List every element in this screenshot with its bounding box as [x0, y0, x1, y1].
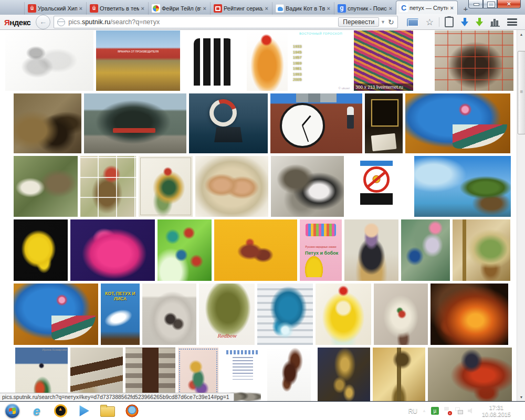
yandex-logo[interactable]: Яндекс: [4, 18, 30, 27]
taskbar-firefox[interactable]: [121, 403, 142, 419]
thumbnail-game-chicken-girl[interactable]: [14, 156, 78, 217]
tab-close-icon[interactable]: ×: [265, 5, 269, 12]
thumbnail-blue-metal-rooster[interactable]: [257, 284, 313, 345]
thumbnail-peacock-person[interactable]: [401, 219, 450, 281]
taskbar-internet-explorer[interactable]: e: [27, 403, 47, 419]
wm2: © ukuwi: [339, 87, 350, 90]
tab-fairy[interactable]: Фейри Тейл (втор...×: [148, 2, 210, 15]
clock[interactable]: 17:31 10.08.2015: [482, 404, 511, 418]
tab-label: Рейтинг сериало...: [224, 5, 263, 12]
translate-dropdown-icon[interactable]: ▼: [381, 19, 385, 25]
thumbnail-sketch-rooster[interactable]: [5, 30, 93, 91]
hidden-icons-arrow-icon[interactable]: ▲: [422, 408, 426, 413]
thumbnail-mola-bird[interactable]: 300 x 213 liveinternet.ru: [354, 30, 413, 91]
thumbnail-yellow-rooster-black[interactable]: [14, 219, 68, 281]
thumbnail-poultry-painting[interactable]: [14, 93, 81, 153]
thumbnail-candle-woven-rooster[interactable]: [453, 219, 510, 281]
clipboard-icon[interactable]: [445, 17, 454, 27]
thumbnail-clock-tower[interactable]: [270, 93, 362, 153]
thumbnail-aspic-ducks[interactable]: [195, 156, 268, 217]
thumbnail-rooster-painting-grid[interactable]: [80, 156, 136, 217]
thumbnail-green-birds[interactable]: [158, 219, 212, 281]
taskbar-media-player[interactable]: [74, 403, 94, 419]
scroll-down-icon[interactable]: ▼: [517, 393, 525, 402]
ring: [205, 95, 241, 131]
scroll-up-icon[interactable]: ▲: [517, 30, 525, 39]
thumbnail-blue-eagle[interactable]: [405, 93, 510, 153]
maximize-button[interactable]: [483, 0, 497, 8]
thumbnail-gold-weathervane[interactable]: [373, 348, 425, 402]
thumbnail-book-petuh-i-bobok[interactable]: Русские народные сказкиПетух и бобок: [300, 219, 342, 281]
thumbnail-sea-lifering[interactable]: [189, 93, 268, 153]
download-green-icon[interactable]: [476, 18, 483, 27]
stats-icon[interactable]: [490, 18, 500, 27]
minimize-button[interactable]: [468, 0, 483, 8]
tab-close-icon[interactable]: ×: [450, 5, 454, 11]
scrollbar-thumb[interactable]: [518, 51, 525, 134]
thin-frame: [140, 158, 191, 215]
tab-twitter[interactable]: Вадик Кот в Твит...×: [272, 2, 334, 15]
gold-frame: [371, 99, 399, 127]
volume-icon[interactable]: [468, 408, 475, 414]
thumbnail-rooster-jug[interactable]: [374, 284, 428, 345]
menu-icon[interactable]: [507, 18, 517, 26]
thumbnail-caged-rooster[interactable]: [435, 30, 513, 91]
scrollbar[interactable]: ▲ ▼: [517, 30, 525, 402]
bk2-title: КОТ, ПЕТУХ И ЛИСА: [101, 291, 140, 301]
banner-text: ЯРМАРКА ОТ ПРОИЗВОДИТЕЛЯ: [96, 50, 180, 53]
thumbnail-metal-rooster-sculpture[interactable]: [267, 348, 311, 402]
thumbnail-wooden-heart-box[interactable]: [142, 284, 196, 345]
thumbnail-chicken-dog-yellow[interactable]: [214, 219, 297, 281]
close-button[interactable]: [497, 0, 521, 8]
tab-sputnik[interactable]: петух — Спутник...×: [396, 1, 458, 15]
fairy-favicon-icon: [152, 4, 160, 13]
thumbnail-sky-creature[interactable]: [414, 156, 511, 217]
utorrent-icon[interactable]: [431, 407, 439, 415]
thumbnail-stone-animals[interactable]: [271, 156, 344, 217]
thumbnail-matryoshka[interactable]: [344, 219, 398, 281]
tab-close-icon[interactable]: ×: [327, 5, 331, 12]
thumbnail-yellow-chick-toy[interactable]: [316, 284, 371, 345]
tab-close-icon[interactable]: ×: [388, 5, 393, 12]
reload-icon[interactable]: ↻: [388, 18, 394, 26]
thumbnail-book-kot-petuh-lisa[interactable]: КОТ, ПЕТУХ И ЛИСА: [101, 284, 140, 345]
bookmark-star-icon[interactable]: ☆: [426, 18, 434, 26]
url-bar[interactable]: pics.sputnik.ru/search?q=петух Перевести…: [54, 16, 397, 28]
tab-tv[interactable]: Рейтинг сериало...×: [210, 2, 272, 15]
thumbnail-red-rooster-photo[interactable]: [428, 348, 512, 402]
folder-icon: [100, 406, 115, 417]
taskbar-aimp[interactable]: [50, 403, 70, 419]
tab-close-icon[interactable]: ×: [141, 5, 145, 12]
taskbar-explorer[interactable]: [98, 403, 118, 419]
thumbnail-locomotive[interactable]: [84, 93, 186, 153]
redbow: Redbow: [199, 333, 255, 339]
tab-liveinternet[interactable]: Уральский Хип-Х...×: [24, 2, 86, 15]
download-blue-icon[interactable]: [461, 18, 468, 27]
thumbnail-tile-mural-rooster[interactable]: [139, 156, 193, 217]
thumbnail-blue-eagle-2[interactable]: [14, 284, 98, 345]
status-bar: pics.sputnik.ru/search?q=петух#key=d7d73…: [0, 393, 234, 402]
thumbnail-men-silhouettes[interactable]: [183, 30, 244, 91]
translate-button[interactable]: Перевести: [338, 17, 379, 27]
thumbnail-plush-rooster[interactable]: [247, 30, 288, 91]
scribble: [16, 35, 83, 86]
back-button[interactable]: ←: [36, 15, 50, 29]
thumbnail-brass-sculpture-dark[interactable]: [318, 348, 370, 402]
tab-google[interactable]: спутник - Поиск в...×: [334, 2, 396, 15]
thumbnail-feathers-redbow[interactable]: Redbow: [199, 284, 255, 345]
tab-close-icon[interactable]: ×: [79, 5, 83, 12]
thumbnail-disco-rooster[interactable]: ВОСТОЧНЫЙ ГОРОСКОП1933 1945 1957 1969 19…: [290, 30, 351, 91]
action-center-flag-icon[interactable]: [444, 407, 450, 415]
network-icon[interactable]: [455, 407, 463, 414]
thumbnail-no-rooster-sign[interactable]: [346, 156, 412, 217]
thumbnail-market-fair[interactable]: ЯРМАРКА ОТ ПРОИЗВОДИТЕЛЯ: [96, 30, 180, 91]
thumbnail-night-fire[interactable]: [430, 284, 508, 345]
mail-icon[interactable]: [407, 18, 418, 26]
thumbnail-dark-album[interactable]: [365, 93, 403, 153]
language-indicator[interactable]: RU: [408, 407, 417, 415]
thumbnail-pink-rooster[interactable]: [70, 219, 155, 281]
tab-close-icon[interactable]: ×: [203, 5, 207, 12]
show-desktop-button[interactable]: [519, 402, 525, 420]
start-button[interactable]: [5, 404, 19, 418]
tab-liveinternet[interactable]: Ответить в теме ...×: [86, 2, 148, 15]
